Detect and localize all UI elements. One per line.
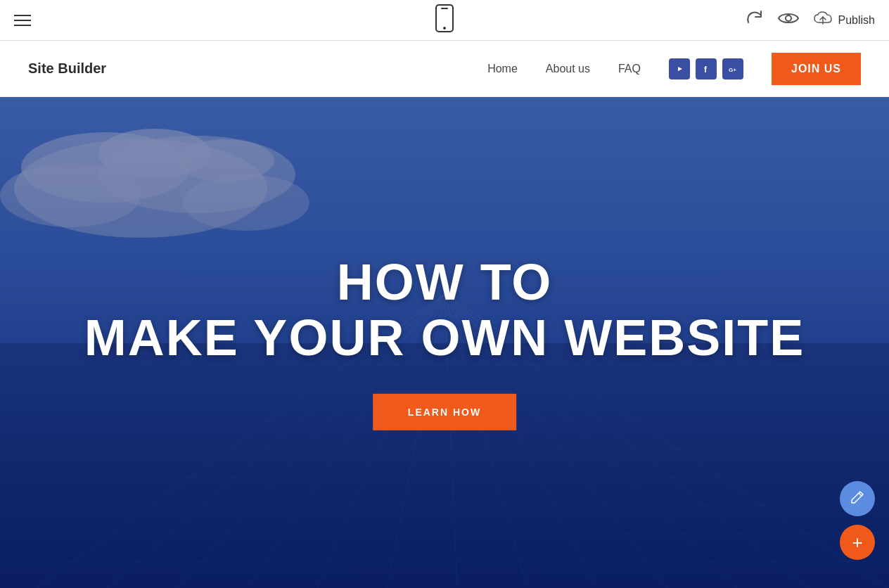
nav-link-about[interactable]: About us bbox=[546, 63, 590, 75]
publish-label: Publish bbox=[838, 14, 875, 27]
toolbar: Publish bbox=[0, 0, 889, 41]
toolbar-left bbox=[14, 15, 31, 26]
hero-title-line1: HOW TO bbox=[44, 255, 845, 310]
toolbar-right: Publish bbox=[744, 10, 875, 31]
hero-section: HOW TO MAKE YOUR OWN WEBSITE LEARN HOW + bbox=[0, 97, 889, 588]
nav-link-home[interactable]: Home bbox=[487, 63, 518, 75]
hamburger-menu-icon[interactable] bbox=[14, 15, 31, 26]
cloud-upload-icon bbox=[813, 11, 833, 30]
svg-point-3 bbox=[786, 15, 791, 21]
svg-point-1 bbox=[443, 27, 446, 30]
site-navigation: Site Builder Home About us FAQ f bbox=[0, 41, 889, 97]
facebook-social-icon[interactable]: f bbox=[696, 58, 717, 79]
hero-title-line2: MAKE YOUR OWN WEBSITE bbox=[44, 310, 845, 366]
nav-link-faq[interactable]: FAQ bbox=[618, 63, 641, 75]
undo-icon[interactable] bbox=[744, 10, 764, 31]
plus-icon: + bbox=[852, 533, 862, 551]
join-us-button[interactable]: JOIN US bbox=[772, 53, 861, 85]
nav-links: Home About us FAQ bbox=[487, 63, 641, 75]
edit-pencil-icon bbox=[850, 490, 865, 509]
svg-line-41 bbox=[859, 493, 862, 496]
site-logo: Site Builder bbox=[28, 60, 106, 77]
preview-eye-icon[interactable] bbox=[778, 11, 799, 30]
social-icons-group: f G+ bbox=[669, 58, 743, 79]
edit-fab-button[interactable] bbox=[840, 481, 875, 516]
publish-button[interactable]: Publish bbox=[813, 11, 875, 30]
hero-content: HOW TO MAKE YOUR OWN WEBSITE LEARN HOW bbox=[44, 255, 845, 430]
toolbar-center bbox=[435, 4, 454, 37]
site-nav-right: Home About us FAQ f G+ bbox=[487, 53, 861, 85]
mobile-preview-icon[interactable] bbox=[435, 18, 454, 36]
youtube-social-icon[interactable] bbox=[669, 58, 690, 79]
add-fab-button[interactable]: + bbox=[840, 525, 875, 560]
fab-container: + bbox=[840, 481, 875, 560]
learn-how-button[interactable]: LEARN HOW bbox=[373, 394, 516, 430]
google-plus-social-icon[interactable]: G+ bbox=[722, 58, 743, 79]
svg-text:G+: G+ bbox=[729, 67, 736, 73]
